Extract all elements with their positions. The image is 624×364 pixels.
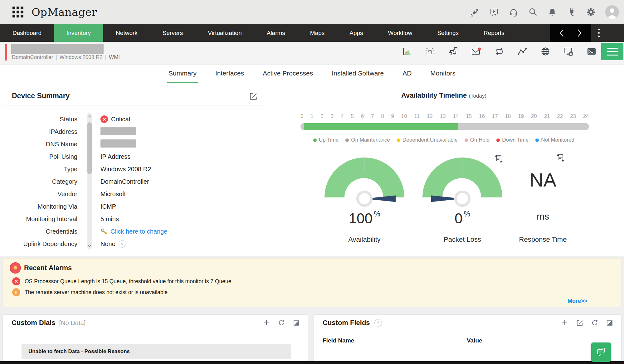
column-header-field-name: Field Name	[323, 337, 354, 344]
sync-loop-icon[interactable]	[494, 46, 504, 56]
device-tab[interactable]: Monitors	[429, 65, 457, 83]
performance-chart-icon[interactable]	[402, 46, 412, 56]
custom-fields-header: Custom Fields ?	[314, 315, 621, 331]
gauge-hub	[356, 191, 373, 207]
user-avatar[interactable]	[605, 5, 619, 19]
axis-tick: 1	[310, 113, 313, 119]
nav-item-label: Reports	[484, 30, 505, 36]
legend-item: Not Monitored	[535, 137, 574, 143]
nav-item[interactable]: Apps	[337, 24, 375, 42]
nav-item[interactable]: Alarms	[254, 24, 298, 42]
collapse-widget-icon[interactable]	[293, 319, 300, 326]
email-notification-icon[interactable]	[471, 46, 481, 56]
field-value: Microsoft ?	[100, 191, 126, 198]
nav-item[interactable]: Dashboard	[0, 24, 54, 42]
device-status-bar	[5, 44, 7, 61]
device-summary-row: Type Windows 2008 R2	[2, 163, 265, 175]
field-label: Vendor	[2, 191, 77, 198]
nav-item[interactable]: Inventory	[54, 24, 103, 42]
nav-item[interactable]: Workflow	[376, 24, 425, 42]
nav-item[interactable]: Settings	[425, 24, 471, 42]
nav-item[interactable]: Maps	[298, 24, 337, 42]
tab-label: Summary	[168, 70, 197, 77]
alarm-row[interactable]: !! OS Processor Queue Length is 15 Queue…	[12, 277, 231, 285]
device-tab[interactable]: Interfaces	[214, 65, 245, 83]
axis-tick: 6	[361, 113, 364, 119]
device-tab[interactable]: AD	[401, 65, 413, 83]
field-value-text: IP Address	[100, 153, 130, 160]
nav-item[interactable]: Servers	[150, 24, 195, 42]
device-action-icons	[402, 46, 597, 56]
device-tab[interactable]: Installed Software	[330, 65, 385, 83]
refresh-icon[interactable]	[278, 319, 285, 326]
nav-overflow	[591, 24, 624, 42]
nav-item[interactable]: Network	[103, 24, 150, 42]
tab-label: Installed Software	[332, 70, 384, 77]
view-report-icon[interactable]	[495, 154, 503, 163]
legend-label: Down Time	[502, 137, 529, 143]
device-tab[interactable]: Active Processes	[261, 65, 314, 83]
workflow-icon[interactable]	[448, 46, 458, 56]
help-icon[interactable]: ?	[119, 240, 126, 248]
device-summary-row: Monitoring Via ICMP ?	[2, 200, 265, 213]
tab-label: AD	[402, 70, 412, 77]
alarm-row[interactable]: !! The remote server machine does not ex…	[12, 288, 168, 296]
no-data-message-bar: Unable to fetch Data - Possible Reasons	[22, 344, 291, 359]
add-icon[interactable]	[561, 319, 568, 326]
device-tab[interactable]: Summary	[167, 65, 198, 83]
gauge-value: NA	[502, 169, 583, 191]
table-divider	[323, 350, 616, 350]
nav-item-label: Network	[116, 30, 138, 36]
availability-gauge: 100% Availability	[324, 158, 405, 251]
demo-player-icon[interactable]	[489, 7, 499, 17]
field-label: DNS Name	[2, 141, 77, 148]
add-icon[interactable]	[263, 319, 270, 326]
scroll-down-icon[interactable]	[88, 244, 91, 248]
legend-dot	[345, 138, 349, 142]
field-value: DomainController ?	[100, 178, 149, 185]
edit-device-icon[interactable]	[249, 92, 258, 101]
scroll-up-icon[interactable]	[88, 115, 91, 119]
collapse-widget-icon[interactable]	[606, 319, 613, 326]
more-menu-icon[interactable]	[598, 29, 600, 37]
nav-item[interactable]: Reports	[471, 24, 517, 42]
timeline-segment	[304, 123, 458, 130]
axis-tick: 21	[544, 113, 550, 119]
view-report-icon[interactable]	[556, 153, 564, 162]
settings-gear-icon[interactable]	[586, 7, 596, 17]
nav-item-label: Apps	[349, 30, 363, 36]
axis-tick: 23	[570, 113, 576, 119]
axis-tick: 24	[583, 113, 589, 119]
nav-item[interactable]: Virtualization	[195, 24, 254, 42]
help-icon[interactable]: ?	[374, 319, 382, 327]
device-summary-row: DNS Name ?	[2, 138, 265, 150]
terminal-icon[interactable]	[587, 46, 597, 56]
tab-label: Active Processes	[263, 70, 313, 77]
refresh-icon[interactable]	[591, 319, 598, 326]
axis-tick: 8	[381, 113, 384, 119]
device-summary-scrollbar[interactable]	[87, 113, 92, 250]
apps-grid-icon[interactable]	[12, 7, 23, 17]
alarm-siren-icon[interactable]	[425, 46, 435, 56]
tab-label: Interfaces	[215, 70, 244, 77]
remote-desktop-icon[interactable]	[563, 46, 573, 56]
nav-next-icon[interactable]	[577, 29, 582, 37]
more-alarms-link[interactable]: More>>	[568, 298, 587, 304]
edit-icon[interactable]	[576, 319, 583, 326]
scrollbar-thumb[interactable]	[87, 122, 92, 174]
headset-icon[interactable]	[509, 7, 519, 17]
axis-tick: 11	[414, 113, 420, 119]
nav-prev-icon[interactable]	[559, 29, 564, 37]
device-menu-button[interactable]	[601, 43, 623, 60]
bottom-edge	[0, 361, 624, 364]
field-label: Credentials	[2, 228, 77, 235]
legend-label: On Hold	[470, 137, 490, 143]
rocket-icon[interactable]	[470, 7, 480, 17]
search-icon[interactable]	[528, 7, 538, 17]
web-globe-icon[interactable]	[540, 46, 550, 56]
notifications-bell-icon[interactable]	[547, 7, 557, 17]
integrations-plug-icon[interactable]	[567, 7, 577, 17]
device-summary-row: Poll Using IP Address	[2, 150, 265, 163]
monitor-graph-icon[interactable]	[517, 46, 527, 56]
feedback-chat-button[interactable]	[591, 342, 611, 362]
